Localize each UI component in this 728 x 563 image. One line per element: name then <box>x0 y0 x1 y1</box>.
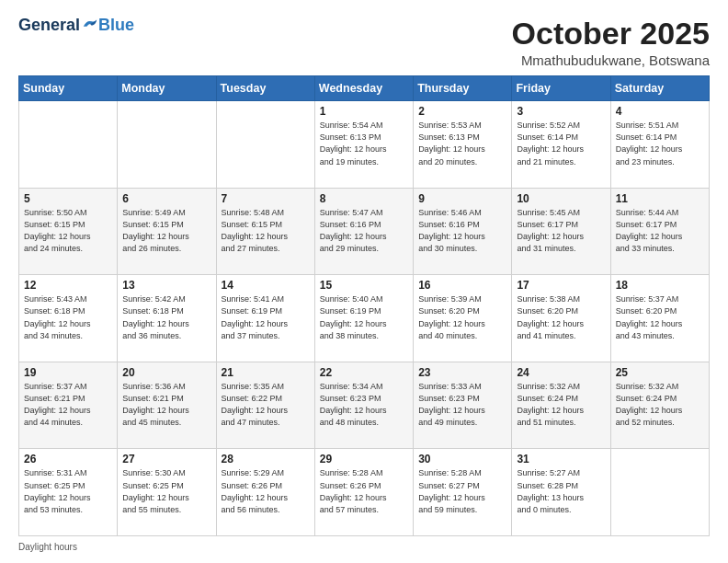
logo-general: General <box>18 17 80 35</box>
calendar-cell: 19Sunrise: 5:37 AM Sunset: 6:21 PM Dayli… <box>19 362 118 449</box>
calendar-cell: 8Sunrise: 5:47 AM Sunset: 6:16 PM Daylig… <box>314 188 413 275</box>
day-number: 16 <box>418 279 506 292</box>
calendar-week-row: 19Sunrise: 5:37 AM Sunset: 6:21 PM Dayli… <box>19 362 710 449</box>
calendar-header-monday: Monday <box>118 76 216 101</box>
day-info: Sunrise: 5:42 AM Sunset: 6:18 PM Dayligh… <box>122 293 210 341</box>
day-number: 23 <box>418 366 506 379</box>
page: General Blue October 2025 Mmathubudukwan… <box>0 0 728 563</box>
calendar-cell: 25Sunrise: 5:32 AM Sunset: 6:24 PM Dayli… <box>610 362 709 449</box>
day-info: Sunrise: 5:34 AM Sunset: 6:23 PM Dayligh… <box>320 381 408 429</box>
calendar-cell <box>118 101 216 189</box>
calendar-cell: 6Sunrise: 5:49 AM Sunset: 6:15 PM Daylig… <box>118 188 216 275</box>
day-info: Sunrise: 5:37 AM Sunset: 6:21 PM Dayligh… <box>24 381 112 429</box>
calendar-cell: 10Sunrise: 5:45 AM Sunset: 6:17 PM Dayli… <box>512 188 610 275</box>
day-number: 17 <box>517 279 605 292</box>
day-number: 11 <box>616 192 704 205</box>
day-number: 24 <box>517 366 605 379</box>
day-number: 6 <box>122 192 210 205</box>
calendar-cell: 23Sunrise: 5:33 AM Sunset: 6:23 PM Dayli… <box>414 362 512 449</box>
calendar-week-row: 12Sunrise: 5:43 AM Sunset: 6:18 PM Dayli… <box>19 275 710 362</box>
day-info: Sunrise: 5:48 AM Sunset: 6:15 PM Dayligh… <box>222 207 310 255</box>
day-number: 18 <box>616 279 704 292</box>
day-number: 3 <box>517 105 605 118</box>
calendar-cell: 12Sunrise: 5:43 AM Sunset: 6:18 PM Dayli… <box>19 275 118 362</box>
day-info: Sunrise: 5:35 AM Sunset: 6:22 PM Dayligh… <box>222 381 310 429</box>
day-info: Sunrise: 5:45 AM Sunset: 6:17 PM Dayligh… <box>517 207 605 255</box>
calendar-week-row: 5Sunrise: 5:50 AM Sunset: 6:15 PM Daylig… <box>19 188 710 275</box>
calendar-cell: 17Sunrise: 5:38 AM Sunset: 6:20 PM Dayli… <box>512 275 610 362</box>
day-number: 31 <box>517 453 605 465</box>
calendar-table: SundayMondayTuesdayWednesdayThursdayFrid… <box>18 75 710 536</box>
day-number: 1 <box>320 105 408 118</box>
day-info: Sunrise: 5:32 AM Sunset: 6:24 PM Dayligh… <box>616 381 704 429</box>
day-number: 8 <box>320 192 408 205</box>
day-info: Sunrise: 5:30 AM Sunset: 6:25 PM Dayligh… <box>122 467 210 515</box>
month-title: October 2025 <box>512 17 710 51</box>
day-info: Sunrise: 5:51 AM Sunset: 6:14 PM Dayligh… <box>616 120 704 167</box>
calendar-cell <box>610 449 709 536</box>
day-info: Sunrise: 5:36 AM Sunset: 6:21 PM Dayligh… <box>122 381 210 429</box>
calendar-week-row: 26Sunrise: 5:31 AM Sunset: 6:25 PM Dayli… <box>19 449 710 536</box>
calendar-header-tuesday: Tuesday <box>216 76 314 101</box>
day-info: Sunrise: 5:28 AM Sunset: 6:27 PM Dayligh… <box>418 467 506 515</box>
calendar-header-row: SundayMondayTuesdayWednesdayThursdayFrid… <box>19 76 710 101</box>
day-number: 22 <box>320 366 408 379</box>
calendar-cell: 21Sunrise: 5:35 AM Sunset: 6:22 PM Dayli… <box>216 362 314 449</box>
day-number: 2 <box>418 105 506 118</box>
calendar-cell: 20Sunrise: 5:36 AM Sunset: 6:21 PM Dayli… <box>118 362 216 449</box>
calendar-cell: 15Sunrise: 5:40 AM Sunset: 6:19 PM Dayli… <box>314 275 413 362</box>
day-number: 21 <box>222 366 310 379</box>
day-info: Sunrise: 5:37 AM Sunset: 6:20 PM Dayligh… <box>616 293 704 341</box>
day-number: 4 <box>616 105 704 118</box>
day-info: Sunrise: 5:53 AM Sunset: 6:13 PM Dayligh… <box>418 120 506 167</box>
calendar-header-friday: Friday <box>512 76 610 101</box>
day-info: Sunrise: 5:44 AM Sunset: 6:17 PM Dayligh… <box>616 207 704 255</box>
day-info: Sunrise: 5:33 AM Sunset: 6:23 PM Dayligh… <box>418 381 506 429</box>
day-number: 12 <box>24 279 112 292</box>
daylight-label: Daylight hours <box>18 542 77 552</box>
day-info: Sunrise: 5:50 AM Sunset: 6:15 PM Dayligh… <box>24 207 112 255</box>
calendar-header-wednesday: Wednesday <box>314 76 413 101</box>
day-number: 19 <box>24 366 112 379</box>
header: General Blue October 2025 Mmathubudukwan… <box>18 17 710 68</box>
calendar-cell: 5Sunrise: 5:50 AM Sunset: 6:15 PM Daylig… <box>19 188 118 275</box>
calendar-cell: 7Sunrise: 5:48 AM Sunset: 6:15 PM Daylig… <box>216 188 314 275</box>
day-number: 15 <box>320 279 408 292</box>
day-number: 29 <box>320 453 408 465</box>
calendar-cell: 9Sunrise: 5:46 AM Sunset: 6:16 PM Daylig… <box>414 188 512 275</box>
calendar-cell: 3Sunrise: 5:52 AM Sunset: 6:14 PM Daylig… <box>512 101 610 189</box>
logo-bird-icon <box>82 17 98 30</box>
calendar-cell: 30Sunrise: 5:28 AM Sunset: 6:27 PM Dayli… <box>414 449 512 536</box>
calendar-cell: 24Sunrise: 5:32 AM Sunset: 6:24 PM Dayli… <box>512 362 610 449</box>
calendar-cell: 13Sunrise: 5:42 AM Sunset: 6:18 PM Dayli… <box>118 275 216 362</box>
calendar-header-saturday: Saturday <box>610 76 709 101</box>
day-info: Sunrise: 5:32 AM Sunset: 6:24 PM Dayligh… <box>517 381 605 429</box>
calendar-cell: 2Sunrise: 5:53 AM Sunset: 6:13 PM Daylig… <box>414 101 512 189</box>
day-info: Sunrise: 5:52 AM Sunset: 6:14 PM Dayligh… <box>517 120 605 167</box>
day-info: Sunrise: 5:28 AM Sunset: 6:26 PM Dayligh… <box>320 467 408 515</box>
day-info: Sunrise: 5:47 AM Sunset: 6:16 PM Dayligh… <box>320 207 408 255</box>
day-number: 14 <box>222 279 310 292</box>
day-info: Sunrise: 5:46 AM Sunset: 6:16 PM Dayligh… <box>418 207 506 255</box>
calendar-cell: 27Sunrise: 5:30 AM Sunset: 6:25 PM Dayli… <box>118 449 216 536</box>
day-number: 30 <box>418 453 506 465</box>
logo-text: General Blue <box>18 17 134 35</box>
location-title: Mmathubudukwane, Botswana <box>512 52 710 68</box>
logo-blue: Blue <box>98 17 134 35</box>
day-info: Sunrise: 5:49 AM Sunset: 6:15 PM Dayligh… <box>122 207 210 255</box>
calendar-cell: 14Sunrise: 5:41 AM Sunset: 6:19 PM Dayli… <box>216 275 314 362</box>
calendar-header-sunday: Sunday <box>19 76 118 101</box>
day-number: 20 <box>122 366 210 379</box>
calendar-cell: 18Sunrise: 5:37 AM Sunset: 6:20 PM Dayli… <box>610 275 709 362</box>
day-number: 9 <box>418 192 506 205</box>
day-number: 25 <box>616 366 704 379</box>
calendar-cell <box>19 101 118 189</box>
calendar-header-thursday: Thursday <box>414 76 512 101</box>
footer: Daylight hours <box>18 542 710 552</box>
calendar-cell: 26Sunrise: 5:31 AM Sunset: 6:25 PM Dayli… <box>19 449 118 536</box>
calendar-cell: 22Sunrise: 5:34 AM Sunset: 6:23 PM Dayli… <box>314 362 413 449</box>
day-info: Sunrise: 5:41 AM Sunset: 6:19 PM Dayligh… <box>222 293 310 341</box>
day-info: Sunrise: 5:39 AM Sunset: 6:20 PM Dayligh… <box>418 293 506 341</box>
day-info: Sunrise: 5:29 AM Sunset: 6:26 PM Dayligh… <box>222 467 310 515</box>
calendar-cell: 4Sunrise: 5:51 AM Sunset: 6:14 PM Daylig… <box>610 101 709 189</box>
